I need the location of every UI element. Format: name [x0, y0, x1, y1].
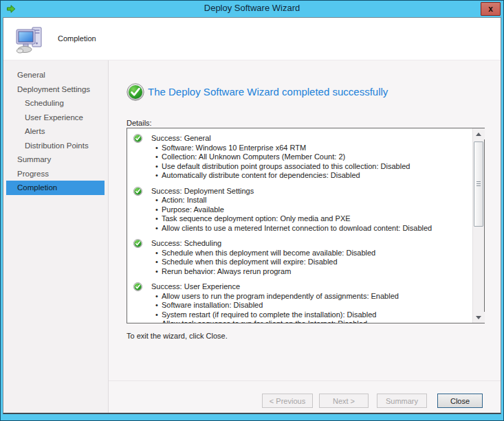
detail-line: Use default distribution point groups as… — [133, 162, 470, 172]
sidebar-item-scheduling[interactable]: Scheduling — [6, 96, 105, 111]
previous-button[interactable]: < Previous — [262, 394, 313, 408]
success-check-icon — [133, 187, 142, 196]
sidebar-item-summary[interactable]: Summary — [6, 152, 105, 167]
sidebar-nav: GeneralDeployment SettingsSchedulingUser… — [3, 68, 108, 195]
summary-button[interactable]: Summary — [377, 394, 427, 408]
wizard-client-area: Completion GeneralDeployment SettingsSch… — [3, 17, 501, 414]
detail-line: Purpose: Available — [133, 205, 470, 215]
detail-line: Collection: All Unknown Computers (Membe… — [133, 152, 470, 162]
sidebar-item-completion[interactable]: Completion — [6, 181, 105, 195]
button-separator — [109, 380, 501, 381]
triangle-up-icon — [476, 133, 481, 136]
details-scrollbar[interactable] — [472, 128, 484, 323]
computer-icon — [14, 25, 45, 55]
detail-line: Automatically distribute content for dep… — [133, 171, 470, 181]
main-pane: The Deploy Software Wizard completed suc… — [109, 60, 501, 413]
sidebar-item-alerts[interactable]: Alerts — [6, 124, 105, 139]
success-check-icon — [133, 282, 142, 291]
sidebar-item-deployment-settings[interactable]: Deployment Settings — [6, 82, 105, 97]
details-section: Success: User Experience Allow users to … — [133, 282, 470, 323]
titlebar[interactable]: Deploy Software Wizard x — [1, 1, 503, 17]
deploy-software-wizard-window: Deploy Software Wizard x Completion — [0, 0, 504, 421]
success-check-icon — [127, 83, 144, 101]
detail-line: Action: Install — [133, 196, 470, 205]
scroll-up-button[interactable] — [473, 128, 485, 139]
footer-note: To exit the wizard, click Close. — [127, 332, 228, 340]
triangle-down-icon — [476, 316, 481, 319]
wizard-header: Completion — [3, 18, 501, 60]
details-box: Success: General Software: Windows 10 En… — [127, 128, 485, 323]
status-heading: The Deploy Software Wizard completed suc… — [148, 86, 388, 98]
details-section: Success: Scheduling Schedule when this d… — [133, 239, 470, 276]
details-label: Details: — [127, 119, 152, 127]
scroll-down-button[interactable] — [473, 312, 485, 323]
detail-line: Allow task sequence to run for client on… — [133, 319, 470, 323]
detail-line: Allow users to run the program independe… — [133, 292, 470, 301]
sidebar-item-distribution-points[interactable]: Distribution Points — [6, 139, 105, 153]
detail-line: Allow clients to use a metered Internet … — [133, 224, 470, 234]
button-row: < PreviousNext >SummaryClose — [109, 394, 501, 409]
detail-line: Schedule when this deployment will becom… — [133, 249, 470, 258]
section-title: Success: General — [151, 134, 211, 142]
details-content: Success: General Software: Windows 10 En… — [127, 128, 472, 323]
section-title: Success: Scheduling — [151, 239, 221, 247]
detail-line: System restart (if required to complete … — [133, 310, 470, 320]
success-check-icon — [133, 239, 142, 248]
close-window-button[interactable]: x — [481, 2, 501, 16]
detail-line: Rerun behavior: Always rerun program — [133, 267, 470, 277]
sidebar-item-general[interactable]: General — [6, 68, 105, 82]
section-title: Success: Deployment Settings — [151, 187, 254, 195]
close-button[interactable]: Close — [437, 394, 483, 408]
detail-line: Task sequence deployment option: Only me… — [133, 214, 470, 224]
section-title: Success: User Experience — [151, 282, 240, 291]
detail-line: Software: Windows 10 Enterprise x64 RTM — [133, 144, 470, 153]
window-title: Deploy Software Wizard — [1, 3, 503, 13]
detail-line: Software installation: Disabled — [133, 301, 470, 310]
success-check-icon — [133, 134, 142, 143]
sidebar-item-user-experience[interactable]: User Experience — [6, 111, 105, 125]
wizard-nav-sidebar: GeneralDeployment SettingsSchedulingUser… — [3, 60, 109, 413]
detail-line: Schedule when this deployment will expir… — [133, 258, 470, 267]
page-title: Completion — [58, 34, 96, 43]
scroll-thumb[interactable] — [474, 141, 483, 227]
details-section: Success: General Software: Windows 10 En… — [133, 134, 470, 181]
sidebar-item-progress[interactable]: Progress — [6, 167, 105, 181]
next-button[interactable]: Next > — [319, 394, 369, 408]
details-section: Success: Deployment Settings Action: Ins… — [133, 187, 470, 234]
